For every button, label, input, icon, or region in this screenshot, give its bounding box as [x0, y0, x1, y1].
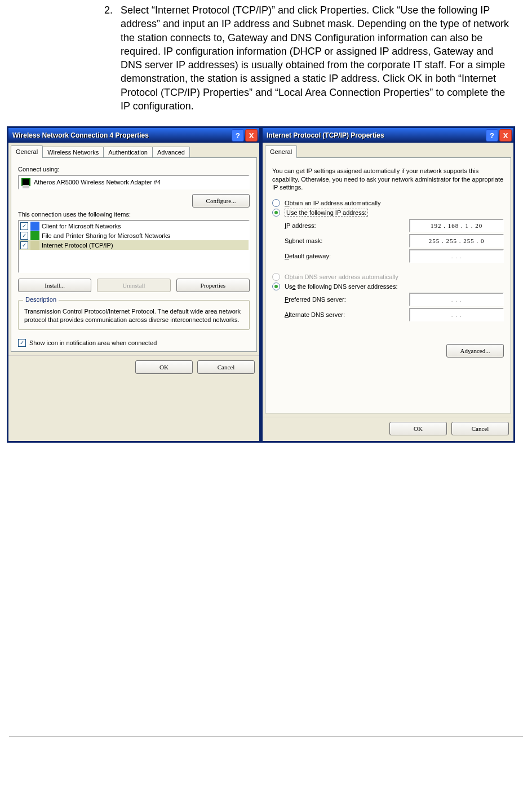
list-item[interactable]: Client for Microsoft Networks: [19, 221, 249, 231]
install-button[interactable]: Install...: [18, 279, 91, 292]
connect-using-label: Connect using:: [18, 166, 250, 173]
alternate-dns-label: Alternate DNS server:: [285, 311, 409, 318]
help-icon[interactable]: ?: [486, 129, 498, 142]
list-number: 2.: [0, 3, 121, 113]
description-text: Transmission Control Protocol/Internet P…: [24, 307, 243, 324]
properties-button[interactable]: Properties: [176, 279, 250, 292]
tab-authentication[interactable]: Authentication: [103, 147, 153, 157]
window-title: Wireless Network Connection 4 Properties: [10, 131, 230, 139]
window-title: Internet Protocol (TCP/IP) Properties: [264, 131, 485, 139]
list-item-label: Internet Protocol (TCP/IP): [42, 242, 113, 249]
adapter-name: Atheros AR5000 Wireless Network Adapter …: [34, 179, 161, 186]
description-heading: Description: [23, 296, 59, 303]
page-rule: [9, 736, 523, 736]
radio-obtain-ip[interactable]: OObtain an IP address automaticallybtain…: [272, 199, 504, 207]
radio-use-dns[interactable]: Use the following DNS server addresses:: [272, 283, 504, 290]
subnet-mask-field[interactable]: 255 . 255 . 255 . 0: [409, 234, 504, 248]
ip-address-label: IP address:: [285, 222, 409, 229]
ok-button[interactable]: OK: [135, 360, 193, 374]
checkbox-icon[interactable]: [20, 222, 28, 230]
advanced-button[interactable]: Advanced...: [446, 344, 504, 358]
share-icon: [30, 231, 39, 240]
list-item-label: Client for Microsoft Networks: [42, 223, 121, 230]
instruction-paragraph: Select “Internet Protocol (TCP/IP)” and …: [121, 3, 532, 113]
radio-icon[interactable]: [272, 199, 280, 207]
radio-use-ip[interactable]: Use the following IP address:: [272, 209, 504, 217]
cancel-button[interactable]: Cancel: [451, 422, 509, 435]
adapter-icon: [21, 178, 30, 186]
radio-icon[interactable]: [272, 283, 280, 290]
radio-icon: [272, 273, 280, 281]
close-icon[interactable]: X: [499, 129, 512, 142]
adapter-combo[interactable]: Atheros AR5000 Wireless Network Adapter …: [18, 175, 250, 189]
tab-general[interactable]: General: [265, 145, 297, 158]
checkbox-icon[interactable]: [18, 339, 26, 347]
checkbox-icon[interactable]: [20, 241, 28, 249]
list-item-label: File and Printer Sharing for Microsoft N…: [42, 232, 170, 239]
client-icon: [30, 222, 39, 231]
items-label: This connection uses the following items…: [18, 211, 250, 218]
help-icon[interactable]: ?: [232, 129, 244, 142]
subnet-mask-label: Subnet mask:: [285, 237, 409, 244]
default-gateway-label: Default gateway:: [285, 253, 409, 259]
radio-label: OObtain an IP address automaticallybtain…: [285, 200, 380, 206]
show-icon-label: Show icon in notification area when conn…: [29, 339, 157, 346]
radio-label: Obtain DNS server address automatically: [285, 274, 398, 280]
cancel-button[interactable]: Cancel: [197, 360, 255, 374]
tcpip-icon: [30, 241, 39, 250]
close-icon[interactable]: X: [245, 129, 258, 142]
ip-address-field[interactable]: 192 . 168 . 1 . 20: [409, 219, 504, 232]
intro-text: You can get IP settings assigned automat…: [272, 167, 504, 191]
alternate-dns-field[interactable]: . . .: [409, 308, 504, 321]
preferred-dns-label: Preferred DNS server:: [285, 296, 409, 303]
radio-label: Use the following IP address:: [285, 209, 368, 217]
list-item[interactable]: File and Printer Sharing for Microsoft N…: [19, 231, 249, 240]
preferred-dns-field[interactable]: . . .: [409, 293, 504, 306]
default-gateway-field[interactable]: . . .: [409, 249, 504, 263]
configure-button[interactable]: Configure...: [192, 194, 250, 208]
uninstall-button: Uninstall: [97, 279, 170, 292]
ok-button[interactable]: OK: [389, 422, 447, 435]
radio-icon[interactable]: [272, 209, 280, 217]
wireless-connection-properties-dialog: Wireless Network Connection 4 Properties…: [7, 126, 261, 443]
tab-advanced[interactable]: Advanced: [152, 147, 190, 157]
show-icon-checkbox[interactable]: Show icon in notification area when conn…: [18, 339, 250, 347]
checkbox-icon[interactable]: [20, 232, 28, 240]
tab-wireless-networks[interactable]: Wireless Networks: [42, 147, 104, 157]
tab-general[interactable]: General: [11, 145, 43, 158]
radio-label: Use the following DNS server addresses:: [285, 283, 398, 290]
list-item-selected[interactable]: Internet Protocol (TCP/IP): [19, 240, 249, 250]
component-listbox[interactable]: Client for Microsoft Networks File and P…: [18, 220, 250, 273]
tcpip-properties-dialog: Internet Protocol (TCP/IP) Properties ? …: [261, 126, 515, 443]
radio-obtain-dns: Obtain DNS server address automatically: [272, 273, 504, 281]
